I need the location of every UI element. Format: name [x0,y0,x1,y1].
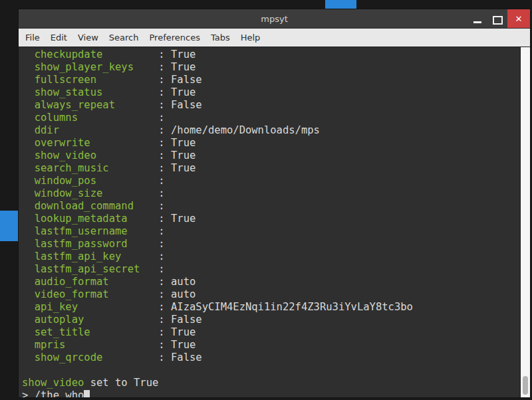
config-line: show_video : True [22,150,520,162]
menu-item-edit[interactable]: Edit [45,30,72,45]
config-line: window_size : [22,187,520,200]
text-cursor [84,390,90,397]
config-line: always_repeat : False [22,99,520,112]
scrollbar[interactable] [521,47,530,397]
scrollbar-thumb[interactable] [523,376,528,395]
menu-item-search[interactable]: Search [104,30,144,45]
config-line: overwrite : True [22,137,520,150]
close-icon: ✕ [515,15,523,23]
config-line: lookup_metadata : True [22,213,520,225]
menu-item-view[interactable]: View [72,30,104,45]
config-line: set_title : True [22,326,520,339]
config-line: lastfm_api_key : [22,250,520,263]
config-line: columns : [22,112,520,124]
window-controls: ✕ [467,9,530,28]
config-line: ddir : /home/demo/Downloads/mps [22,124,520,137]
minimize-button[interactable] [467,9,487,28]
config-line: fullscreen : False [22,74,520,86]
minimize-icon [473,21,481,23]
config-line: autoplay : False [22,314,520,326]
config-line: show_status : True [22,86,520,99]
titlebar[interactable]: mpsyt ✕ [19,9,530,29]
menu-item-file[interactable]: File [20,30,45,45]
config-line: show_qrcode : False [22,351,520,364]
prompt-line[interactable]: > /the who [22,389,520,397]
config-line: show_player_keys : True [22,61,520,74]
menu-item-preferences[interactable]: Preferences [144,30,205,45]
config-line: window_pos : [22,175,520,187]
status-line: show_video set to True [22,377,520,389]
blank-line [22,364,520,377]
terminal-area: checkupdate : True show_player_keys : Tr… [19,47,530,397]
window-title: mpsyt [19,14,530,24]
mpsyt-window: mpsyt ✕ FileEditViewSearchPreferencesTab… [19,9,530,397]
close-button[interactable]: ✕ [507,9,530,28]
config-line: api_key : AIzaSyCIM4EzNqi1in22f4Z3Ru3iYv… [22,301,520,314]
config-line: lastfm_password : [22,238,520,250]
maximize-button[interactable] [487,9,507,28]
menu-item-tabs[interactable]: Tabs [205,30,235,45]
maximize-icon [493,16,503,25]
config-line: mpris : True [22,339,520,351]
terminal-output[interactable]: checkupdate : True show_player_keys : Tr… [19,47,521,397]
menu-item-help[interactable]: Help [235,30,266,45]
config-line: download_command : [22,200,520,213]
config-line: video_format : auto [22,288,520,301]
menu-bar: FileEditViewSearchPreferencesTabsHelp [19,29,530,47]
config-line: lastfm_username : [22,225,520,238]
wallpaper-accent-top [325,0,356,9]
config-line: audio_format : auto [22,276,520,288]
config-line: checkupdate : True [22,49,520,61]
wallpaper-accent-left [0,211,19,241]
config-line: search_music : True [22,162,520,175]
config-line: lastfm_api_secret : [22,263,520,276]
